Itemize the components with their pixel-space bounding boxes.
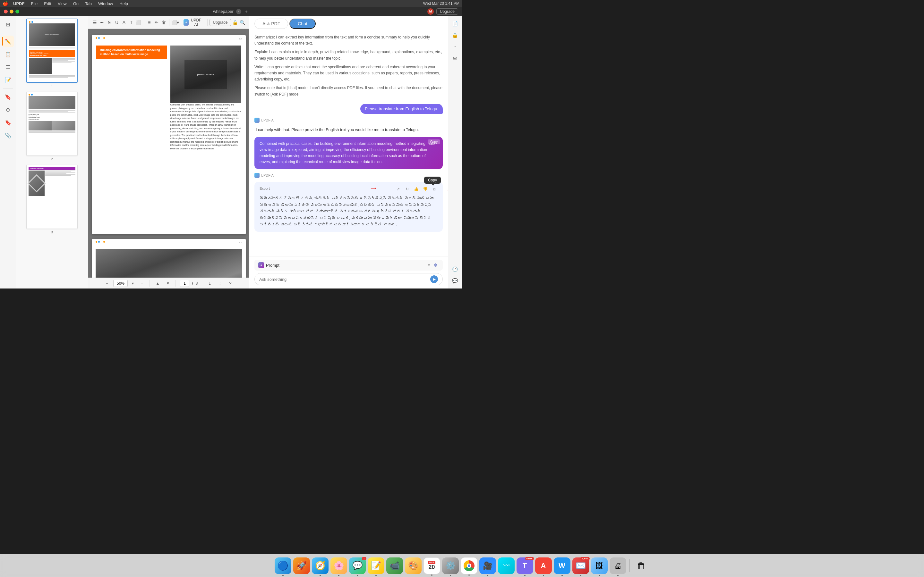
copy-icon-container: ⧉ Copy ↗ xyxy=(431,185,438,193)
send-button[interactable]: ▶ xyxy=(430,276,438,283)
toolbar-shape-btn[interactable]: ⬜▾ xyxy=(171,18,179,27)
thumb-line xyxy=(29,111,68,111)
sidebar-list-icon[interactable]: ☰ xyxy=(2,61,14,73)
external-link-icon[interactable]: ↗ → xyxy=(395,185,402,193)
msg-ai-help: I can help with that. Please provide the… xyxy=(254,127,443,133)
menu-window[interactable]: Window xyxy=(95,1,115,7)
tab-close-btn[interactable]: × xyxy=(236,9,241,14)
thumbnail-frame-3[interactable]: Geometric Philosophy xyxy=(26,165,78,229)
rs-share-icon[interactable]: ↑ xyxy=(450,42,460,52)
msg-user-highlight: Combined with practical cases, the build… xyxy=(254,137,443,169)
page-up-arrow[interactable]: ▲ xyxy=(153,279,162,287)
thumbup-icon[interactable]: 👍 xyxy=(413,185,420,193)
pdf-content[interactable]: 12 Building environment information mode… xyxy=(88,29,249,277)
refresh-icon[interactable]: ↻ xyxy=(404,185,411,193)
ai-label-2: UPDF AI xyxy=(254,173,443,178)
msg-ai-header: Export ↗ → ↻ 👍 👎 ⧉ Copy xyxy=(260,185,438,193)
chat-tab[interactable]: Chat xyxy=(289,19,316,29)
sidebar-layers-icon[interactable]: ⊕ xyxy=(2,104,14,115)
sidebar-edit-icon[interactable]: 📝 xyxy=(2,74,14,85)
sidebar-stamp-icon[interactable]: 🔖 xyxy=(2,91,14,103)
ask-pdf-tab[interactable]: Ask PDF xyxy=(254,19,288,29)
msg-summarize: Summarize: I can extract key information… xyxy=(254,34,443,47)
red-arrow-2: ↗ xyxy=(443,180,448,194)
menu-tab[interactable]: Tab xyxy=(82,1,94,7)
toolbar-text2-btn[interactable]: T xyxy=(128,18,135,27)
zoom-out-btn[interactable]: − xyxy=(103,279,111,287)
page-num-top-2: 12 xyxy=(239,241,242,244)
thumbnail-panel: Building environment info Building envir… xyxy=(16,16,88,288)
current-page-input[interactable] xyxy=(180,280,189,287)
menu-view[interactable]: View xyxy=(55,1,69,7)
toolbar-list-btn[interactable]: ≡ xyxy=(146,18,153,27)
sidebar-comment-icon[interactable]: 📋 xyxy=(2,48,14,60)
toolbar-draw-btn[interactable]: ✏ xyxy=(153,18,160,27)
zoom-in-btn[interactable]: + xyxy=(138,279,145,287)
toolbar-lock-icon[interactable]: 🔒 xyxy=(232,18,239,27)
sidebar-thumbnails-icon[interactable]: ⊞ xyxy=(2,19,14,30)
thumb-line xyxy=(29,77,68,77)
maximize-button[interactable] xyxy=(15,10,19,13)
upgrade-button[interactable]: Upgrade xyxy=(436,8,458,15)
close-btn[interactable]: ✕ xyxy=(226,279,234,287)
sidebar-bookmark-icon[interactable]: 🔖 xyxy=(2,117,14,128)
prompt-selector[interactable]: ✦ Prompt ▾ ❄ xyxy=(254,259,443,271)
menu-edit[interactable]: Edit xyxy=(41,1,53,7)
rs-doc-icon[interactable]: 📄 xyxy=(450,19,460,29)
rs-mail-icon[interactable]: ✉ xyxy=(450,53,460,63)
copy-button[interactable]: Copy xyxy=(428,139,440,144)
thumbnail-frame-2[interactable]: Preservation andinheritance ofarchitectu… xyxy=(26,92,78,156)
sidebar-highlight-icon[interactable]: ✏️ xyxy=(2,35,14,47)
thumb-line xyxy=(29,112,75,113)
traffic-lights xyxy=(4,10,19,13)
toolbar-pen-btn[interactable]: ✒ xyxy=(99,18,105,27)
copy-icon[interactable]: ⧉ xyxy=(431,185,438,193)
msg-ai-telugu-container: Export ↗ → ↻ 👍 👎 ⧉ Copy xyxy=(254,182,443,232)
right-panel: Ask PDF Chat Summarize: I can extract ke… xyxy=(249,16,448,288)
fit-width-btn[interactable]: ↕ xyxy=(216,279,224,287)
thumb2-col-left xyxy=(29,121,52,131)
thumb3-left-img xyxy=(29,171,45,196)
sidebar-attach-icon[interactable]: 📎 xyxy=(2,129,14,141)
toolbar-text-btn[interactable]: A xyxy=(121,18,128,27)
page-col-left-1: Building environment information modelin… xyxy=(96,45,167,152)
rs-history-icon[interactable]: 🕐 xyxy=(450,264,460,274)
close-button[interactable] xyxy=(4,10,8,13)
new-tab-btn[interactable]: + xyxy=(244,9,249,14)
thumbnail-item-1[interactable]: Building environment info Building envir… xyxy=(19,19,86,88)
chat-messages[interactable]: Summarize: I can extract key information… xyxy=(249,29,448,256)
zoom-input[interactable] xyxy=(113,280,128,287)
dot-2 xyxy=(98,37,100,39)
menubar: 🍎 UPDF File Edit View Go Tab Window Help… xyxy=(0,0,462,7)
thumbnail-item-3[interactable]: Geometric Philosophy xyxy=(19,165,86,234)
toolbar-eraser-btn[interactable]: 🗑 xyxy=(160,18,167,27)
menu-file[interactable]: File xyxy=(28,1,40,7)
updf-ai-button[interactable]: ✦ UPDF AI xyxy=(180,17,205,28)
toolbar-select-btn[interactable]: ☰ xyxy=(91,18,98,27)
toolbar-upgrade-btn[interactable]: Upgrade xyxy=(209,19,231,26)
menu-help[interactable]: Help xyxy=(117,1,131,7)
toolbar-underline-btn[interactable]: U̲ xyxy=(113,18,120,27)
toolbar-strike-btn[interactable]: S̶ xyxy=(106,18,113,27)
thumbdown-icon[interactable]: 👎 xyxy=(422,185,429,193)
pdf-page-2: 12 The practical results show that: thro… xyxy=(92,239,246,277)
page-down-arrow[interactable]: ▼ xyxy=(164,279,172,287)
prompt-bar: ✦ Prompt ▾ ❄ ▶ xyxy=(249,256,448,288)
toolbar-search-icon[interactable]: 🔍 xyxy=(239,18,246,27)
prompt-snowflake-icon[interactable]: ❄ xyxy=(432,261,439,269)
fit-height-btn[interactable]: ⤓ xyxy=(206,279,214,287)
thumbnail-frame-1[interactable]: Building environment info Building envir… xyxy=(26,19,78,83)
rs-lock-icon[interactable]: 🔒 xyxy=(450,30,460,40)
zoom-dropdown[interactable]: ▾ xyxy=(130,280,136,287)
thumbnail-item-2[interactable]: Preservation andinheritance ofarchitectu… xyxy=(19,92,86,161)
menu-go[interactable]: Go xyxy=(71,1,81,7)
msg-ai-actions: ↗ → ↻ 👍 👎 ⧉ Copy ↗ xyxy=(395,185,438,193)
apple-menu[interactable]: 🍎 xyxy=(3,1,8,6)
ask-input[interactable] xyxy=(259,277,428,282)
minimize-button[interactable] xyxy=(10,10,13,13)
toolbar-textbox-btn[interactable]: ⬜ xyxy=(136,18,142,27)
dot-6 xyxy=(103,241,105,243)
thumb-line xyxy=(29,76,75,77)
menu-app[interactable]: UPDF xyxy=(11,1,27,7)
rs-chat-icon[interactable]: 💬 xyxy=(450,276,460,286)
